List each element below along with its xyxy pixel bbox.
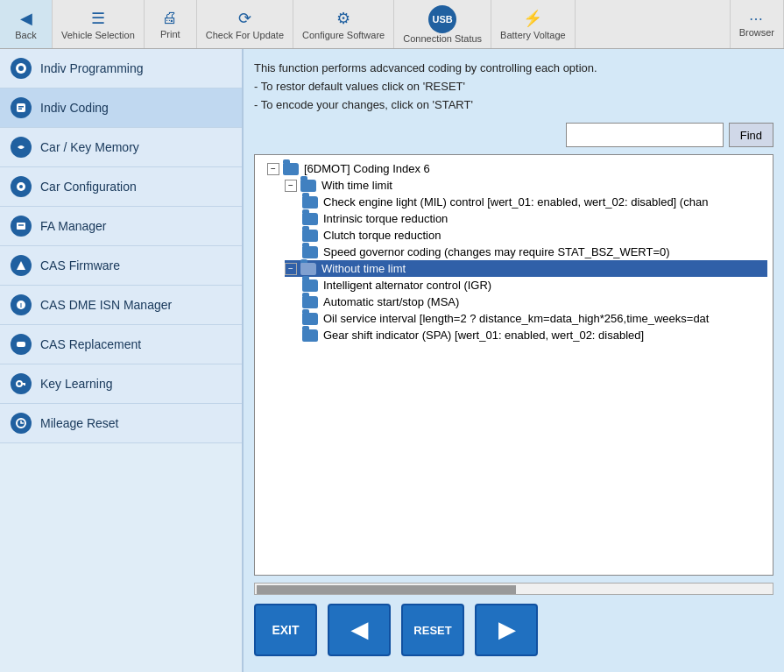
tree-label-auto-start: Automatic start/stop (MSA) <box>323 295 459 308</box>
car-key-icon <box>11 137 32 158</box>
tree-item-oil-service[interactable]: Oil service interval [length=2 ? distanc… <box>302 310 767 327</box>
sidebar-cas-dme-label: CAS DME ISN Manager <box>40 298 172 312</box>
back-button[interactable]: ◀ <box>328 604 391 656</box>
toolbar-battery[interactable]: ⚡ Battery Voltage <box>491 0 576 48</box>
folder-gear-shift <box>302 329 318 342</box>
toolbar-print-label: Print <box>160 29 180 39</box>
tree-label-speed-gov: Speed governor coding (changes may requi… <box>323 245 670 258</box>
toolbar-connection-label: Connection Status <box>403 33 482 44</box>
indiv-coding-icon <box>11 97 32 118</box>
sidebar-item-indiv-programming[interactable]: Indiv Programming <box>0 49 242 88</box>
tree-item-check-engine[interactable]: Check engine light (MIL) control [wert_0… <box>302 194 767 210</box>
toolbar-update-label: Check For Update <box>206 30 284 40</box>
sidebar-item-cas-firmware[interactable]: CAS Firmware <box>0 246 242 286</box>
svg-rect-15 <box>24 383 25 386</box>
sidebar-car-key-label: Car / Key Memory <box>40 140 139 154</box>
expand-with-time[interactable]: − <box>285 180 297 192</box>
tree-label-oil-service: Oil service interval [length=2 ? distanc… <box>323 312 709 325</box>
folder-oil-service <box>302 313 318 325</box>
battery-icon: ⚡ <box>523 9 542 28</box>
tree-item-clutch[interactable]: Clutch torque reduction <box>302 227 767 244</box>
sidebar-item-cas-replacement[interactable]: CAS Replacement <box>0 325 242 364</box>
exit-button[interactable]: EXIT <box>254 604 317 656</box>
start-button[interactable]: ▶ <box>475 604 538 656</box>
toolbar-back-label: Back <box>15 30 36 40</box>
config-icon: ⚙ <box>336 9 350 28</box>
tree-label-check-engine: Check engine light (MIL) control [wert_0… <box>323 195 708 209</box>
sidebar-item-car-configuration[interactable]: Car Configuration <box>0 167 242 207</box>
tree-item-without-time[interactable]: − Without time limt <box>285 260 767 277</box>
toolbar-configuration[interactable]: ⚙ Configure Software <box>293 0 394 48</box>
cas-firmware-icon <box>11 255 32 276</box>
tree-label-intrinsic: Intrinsic torque reduction <box>323 212 448 225</box>
svg-point-6 <box>19 185 23 188</box>
sidebar-item-cas-dme-isn[interactable]: I CAS DME ISN Manager <box>0 286 242 325</box>
tree-item-with-time[interactable]: − With time limit <box>285 177 767 194</box>
sidebar-item-mileage-reset[interactable]: Mileage Reset <box>0 404 242 443</box>
expand-root[interactable]: − <box>267 163 279 175</box>
svg-rect-12 <box>17 342 25 347</box>
horizontal-scrollbar[interactable] <box>254 583 773 595</box>
indiv-programming-icon <box>11 58 32 79</box>
toolbar-select[interactable]: ☰ Vehicle Selection <box>53 0 145 48</box>
folder-root <box>283 163 299 175</box>
info-text: This function performs adcvanced coding … <box>254 60 773 114</box>
svg-rect-2 <box>17 103 25 112</box>
cas-replacement-icon <box>11 334 32 355</box>
key-learning-icon <box>11 373 32 394</box>
toolbar: ◀ Back ☰ Vehicle Selection 🖨 Print ⟳ Che… <box>0 0 784 49</box>
toolbar-connection[interactable]: USB Connection Status <box>394 0 491 48</box>
svg-marker-9 <box>17 261 25 270</box>
tree-item-intrinsic[interactable]: Intrinsic torque reduction <box>302 210 767 227</box>
tree-label-root: [6DMOT] Coding Index 6 <box>304 162 430 175</box>
car-config-icon <box>11 176 32 197</box>
svg-text:I: I <box>20 302 22 308</box>
find-button[interactable]: Find <box>729 123 773 147</box>
content-area: This function performs adcvanced coding … <box>244 49 784 672</box>
toolbar-select-label: Vehicle Selection <box>61 30 135 40</box>
toolbar-browser-label: Browser <box>739 27 774 38</box>
sidebar-item-car-key-memory[interactable]: Car / Key Memory <box>0 128 242 167</box>
toolbar-battery-label: Battery Voltage <box>500 30 566 40</box>
toolbar-update[interactable]: ⟳ Check For Update <box>197 0 293 48</box>
main-layout: Indiv Programming Indiv Coding Car / Key… <box>0 49 784 672</box>
tree-item-gear-shift[interactable]: Gear shift indicator (SPA) [wert_01: ena… <box>302 327 767 343</box>
back-icon: ◀ <box>20 9 32 28</box>
fa-manager-icon <box>11 216 32 237</box>
folder-intrinsic <box>302 213 318 225</box>
info-line3: - To encode your changes, click on 'STAR… <box>254 96 773 115</box>
svg-rect-3 <box>18 106 24 108</box>
sidebar-item-indiv-coding[interactable]: Indiv Coding <box>0 88 242 128</box>
mileage-reset-icon <box>11 413 32 434</box>
svg-rect-4 <box>18 109 22 110</box>
tree-label-intelligent-alt: Intelligent alternator control (IGR) <box>323 279 491 292</box>
toolbar-back[interactable]: ◀ Back <box>0 0 53 48</box>
folder-check-engine <box>302 196 318 209</box>
sidebar-fa-manager-label: FA Manager <box>40 219 107 233</box>
expand-without-time[interactable]: − <box>285 263 297 275</box>
tree-item-intelligent-alt[interactable]: Intelligent alternator control (IGR) <box>302 277 767 294</box>
search-bar: Find <box>254 123 773 147</box>
svg-rect-7 <box>17 223 25 230</box>
sidebar-cas-replacement-label: CAS Replacement <box>40 337 141 351</box>
cas-dme-icon: I <box>11 294 32 315</box>
toolbar-browser[interactable]: ⋯ Browser <box>730 0 784 48</box>
tree-item-auto-start[interactable]: Automatic start/stop (MSA) <box>302 294 767 310</box>
reset-button[interactable]: RESET <box>401 604 464 656</box>
toolbar-print[interactable]: 🖨 Print <box>145 0 197 48</box>
sidebar-indiv-coding-label: Indiv Coding <box>40 101 109 115</box>
info-line1: This function performs adcvanced coding … <box>254 60 773 78</box>
info-line2: - To restor default values click on 'RES… <box>254 78 773 96</box>
scrollbar-thumb[interactable] <box>257 585 516 594</box>
folder-with-time <box>300 180 316 192</box>
svg-point-1 <box>18 66 24 71</box>
sidebar: Indiv Programming Indiv Coding Car / Key… <box>0 49 244 672</box>
tree-item-speed-gov[interactable]: Speed governor coding (changes may requi… <box>302 244 767 260</box>
tree-label-clutch: Clutch torque reduction <box>323 229 441 242</box>
bottom-buttons: EXIT ◀ RESET ▶ <box>254 598 773 661</box>
tree-container[interactable]: − [6DMOT] Coding Index 6 − With time lim… <box>254 154 773 576</box>
tree-item-root[interactable]: − [6DMOT] Coding Index 6 <box>267 160 767 177</box>
sidebar-item-key-learning[interactable]: Key Learning <box>0 364 242 404</box>
search-input[interactable] <box>566 123 724 147</box>
sidebar-item-fa-manager[interactable]: FA Manager <box>0 207 242 246</box>
